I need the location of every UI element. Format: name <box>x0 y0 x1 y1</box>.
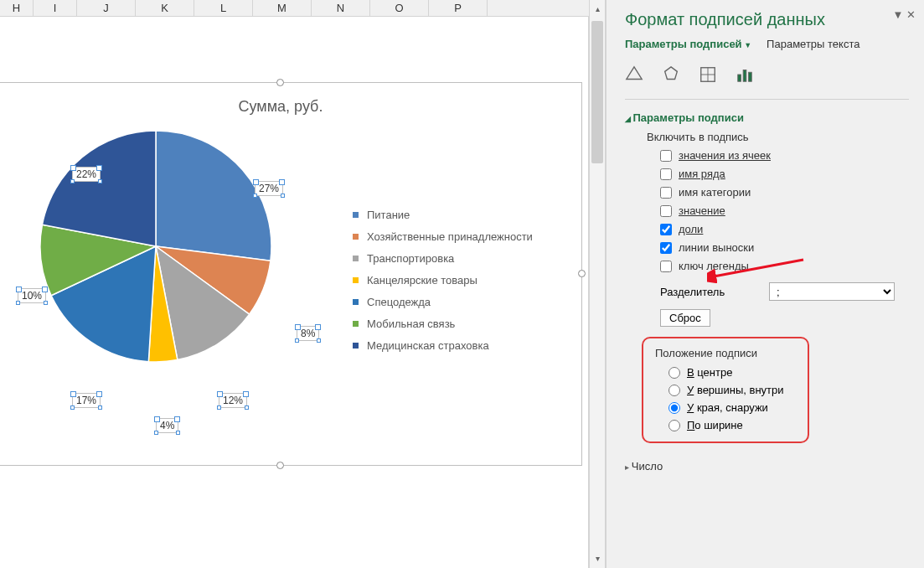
section-number[interactable]: Число <box>625 460 909 472</box>
worksheet[interactable]: Сумма, руб. ПитаниеХозяйственные принадл… <box>0 17 589 568</box>
pane-title: Формат подписей данных <box>625 10 909 29</box>
checkbox-value[interactable]: значение <box>660 204 909 217</box>
radio-best-fit[interactable]: По ширине <box>668 419 796 431</box>
legend-item[interactable]: Транспортировка <box>353 252 533 265</box>
chart-resize-handle[interactable] <box>276 79 284 86</box>
svg-rect-4 <box>749 72 752 81</box>
tab-text-options[interactable]: Параметры текста <box>767 38 859 50</box>
col-header[interactable]: K <box>136 0 194 16</box>
pane-tabs: Параметры подписей Параметры текста <box>625 38 909 50</box>
fill-line-icon[interactable] <box>625 65 643 87</box>
reset-button[interactable]: Сброс <box>660 309 710 327</box>
col-header[interactable]: J <box>77 0 136 16</box>
data-label[interactable]: 22% <box>72 167 101 182</box>
svg-rect-2 <box>738 75 741 81</box>
checkbox-series-name[interactable]: имя ряда <box>660 168 909 180</box>
col-header[interactable]: P <box>429 0 488 16</box>
svg-rect-3 <box>743 70 746 82</box>
format-data-labels-pane: ▼ ✕ Формат подписей данных Параметры под… <box>606 0 924 568</box>
pane-close-icon[interactable]: ▼ ✕ <box>893 8 916 21</box>
col-header[interactable]: O <box>370 0 429 16</box>
section-label-options[interactable]: Параметры подписи <box>625 111 909 124</box>
label-position-title: Положение подписи <box>655 347 796 359</box>
checkbox-category-name[interactable]: имя категории <box>660 186 909 199</box>
scrollbar-thumb[interactable] <box>591 21 603 163</box>
radio-center[interactable]: В центре <box>668 366 796 379</box>
legend-item[interactable]: Канцелярские товары <box>353 274 533 287</box>
chart-resize-handle[interactable] <box>578 270 586 277</box>
data-label[interactable]: 17% <box>72 393 101 408</box>
legend-item[interactable]: Спецодежда <box>353 296 533 308</box>
separator-label: Разделитель <box>660 286 769 298</box>
col-header[interactable]: I <box>34 0 77 16</box>
legend-item[interactable]: Питание <box>353 209 533 221</box>
scroll-down-icon[interactable]: ▾ <box>590 551 605 566</box>
scroll-up-icon[interactable]: ▴ <box>590 2 605 17</box>
separator-row: Разделитель ; <box>660 282 909 301</box>
col-header[interactable]: H <box>0 0 34 16</box>
data-label[interactable]: 27% <box>255 181 283 196</box>
col-header[interactable]: N <box>312 0 370 16</box>
pie-chart[interactable] <box>39 129 273 364</box>
checkbox-values-from-cells[interactable]: значения из ячеек <box>660 149 909 162</box>
data-label[interactable]: 10% <box>18 288 46 303</box>
effects-icon[interactable] <box>662 65 680 87</box>
pane-category-icons <box>625 65 909 87</box>
label-position-group: Положение подписи В центре У вершины, вн… <box>642 337 809 443</box>
vertical-scrollbar[interactable]: ▴ ▾ <box>589 0 606 568</box>
data-label[interactable]: 4% <box>156 418 178 433</box>
data-label[interactable]: 8% <box>297 326 319 341</box>
col-header[interactable]: M <box>253 0 312 16</box>
svg-marker-0 <box>665 67 678 80</box>
legend-item[interactable]: Хозяйственные принадлежности <box>353 230 533 243</box>
chart-title[interactable]: Сумма, руб. <box>0 98 581 116</box>
chart-object[interactable]: Сумма, руб. ПитаниеХозяйственные принадл… <box>0 82 582 466</box>
chart-legend[interactable]: ПитаниеХозяйственные принадлежностиТранс… <box>353 209 533 361</box>
legend-item[interactable]: Медицинская страховка <box>353 339 533 352</box>
tab-label-options[interactable]: Параметры подписей <box>625 38 751 50</box>
checkbox-percent[interactable]: доли <box>660 223 909 235</box>
include-in-label: Включить в подпись <box>647 131 909 143</box>
size-properties-icon[interactable] <box>699 65 717 87</box>
legend-item[interactable]: Мобильная связь <box>353 318 533 330</box>
chart-resize-handle[interactable] <box>276 462 284 469</box>
checkbox-legend-key[interactable]: ключ легенды <box>660 260 909 272</box>
radio-inside-end[interactable]: У вершины, внутри <box>668 384 796 396</box>
data-label[interactable]: 12% <box>219 393 247 408</box>
col-header[interactable]: L <box>194 0 253 16</box>
radio-outside-end[interactable]: У края, снаружи <box>668 401 796 414</box>
separator-select[interactable]: ; <box>769 282 895 301</box>
column-header-row: H I J K L M N O P <box>0 0 616 17</box>
label-options-icon[interactable] <box>736 65 754 87</box>
checkbox-leader-lines[interactable]: линии выноски <box>660 241 909 254</box>
